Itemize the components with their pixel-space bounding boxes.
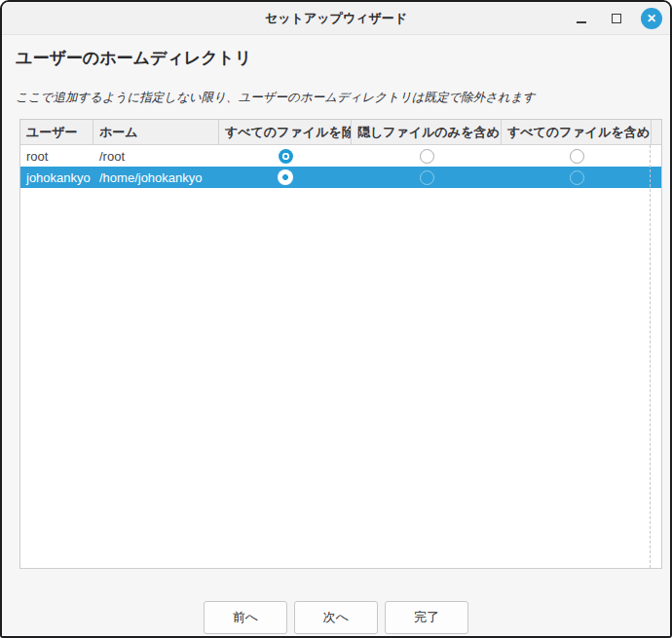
window-controls: ✕ [571, 2, 662, 34]
maximize-icon [612, 14, 621, 23]
radio-cell-hidden-only [352, 170, 502, 185]
radio-hidden-only[interactable] [420, 170, 434, 185]
radio-cell-hidden-only [352, 149, 502, 164]
radio-cell-exclude-all [219, 169, 352, 185]
home-cell: /root [93, 149, 219, 164]
maximize-button[interactable] [606, 8, 627, 29]
table-body: root /root johokankyo /home/johokan [20, 145, 661, 568]
column-header-exclude-all[interactable]: すべてのファイルを除外 [219, 120, 352, 144]
user-cell: root [20, 149, 93, 164]
table-row-root[interactable]: root /root [20, 145, 661, 167]
column-header-include-all[interactable]: すべてのファイルを含める [502, 120, 652, 144]
radio-cell-include-all [502, 149, 652, 164]
wizard-page: ユーザーのホームディレクトリ ここで追加するように指定しない限り、ユーザーのホー… [2, 35, 670, 636]
table-header-row: ユーザー ホーム すべてのファイルを除外 隠しファイルのみを含める すべてのファ… [20, 120, 661, 145]
column-header-user[interactable]: ユーザー [20, 120, 93, 144]
next-button[interactable]: 次へ [294, 601, 378, 634]
radio-hidden-only[interactable] [420, 149, 434, 164]
wizard-navigation: 前へ 次へ 完了 [2, 601, 670, 634]
radio-include-all[interactable] [570, 149, 584, 164]
table-row-johokankyo[interactable]: johokankyo /home/johokankyo [20, 167, 661, 188]
setup-wizard-window: セットアップウィザード ✕ ユーザーのホームディレクトリ ここで追加するように指… [0, 0, 672, 638]
page-subtitle: ここで追加するように指定しない限り、ユーザーのホームディレクトリは既定で除外され… [16, 90, 656, 106]
radio-cell-include-all [502, 170, 652, 185]
column-header-hidden-only[interactable]: 隠しファイルのみを含める [352, 120, 502, 144]
home-directories-table: ユーザー ホーム すべてのファイルを除外 隠しファイルのみを含める すべてのファ… [19, 119, 662, 569]
close-button[interactable]: ✕ [641, 8, 662, 29]
window-title: セットアップウィザード [265, 10, 407, 27]
column-header-home[interactable]: ホーム [93, 120, 219, 144]
radio-include-all[interactable] [570, 170, 584, 185]
radio-exclude-all[interactable] [278, 169, 293, 185]
minimize-icon [577, 21, 586, 23]
home-cell: /home/johokankyo [93, 170, 219, 185]
radio-exclude-all[interactable] [279, 149, 293, 164]
user-cell: johokankyo [20, 170, 93, 185]
titlebar[interactable]: セットアップウィザード ✕ [2, 2, 670, 35]
back-button[interactable]: 前へ [204, 601, 287, 634]
column-header-filler [652, 120, 663, 144]
radio-cell-exclude-all [219, 149, 352, 164]
close-icon: ✕ [647, 12, 656, 23]
column-separator-dashed [650, 145, 651, 568]
minimize-button[interactable] [571, 8, 592, 29]
page-title: ユーザーのホームディレクトリ [16, 47, 656, 69]
finish-button[interactable]: 完了 [385, 601, 468, 634]
